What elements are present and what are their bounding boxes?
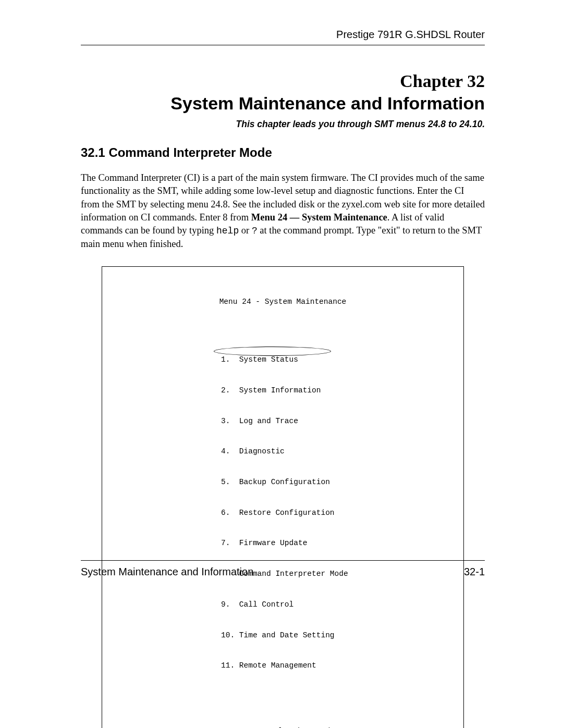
menu-item: 4. Diagnostic [221, 447, 454, 457]
menu-item: 1. System Status [221, 355, 454, 365]
menu-item: 9. Call Control [221, 600, 454, 610]
menu-item: 10. Time and Date Setting [221, 631, 454, 641]
chapter-label: Chapter 32 [81, 71, 485, 91]
menu-box: Menu 24 - System Maintenance 1. System S… [102, 266, 464, 728]
menu-title: Menu 24 - System Maintenance [112, 297, 454, 307]
header-product: Prestige 791R G.SHDSL Router [81, 29, 485, 45]
para-part3: or [239, 225, 252, 236]
section-heading: 32.1 Command Interpreter Mode [81, 145, 485, 160]
menu-item: 3. Log and Trace [221, 416, 454, 427]
footer: System Maintenance and Information 32-1 [81, 560, 485, 578]
page: Prestige 791R G.SHDSL Router Chapter 32 … [0, 0, 563, 728]
menu-item: 7. Firmware Update [221, 538, 454, 549]
menu-item: 2. System Information [221, 386, 454, 396]
para-code2: ? [252, 226, 258, 236]
menu-items: 1. System Status 2. System Information 3… [221, 335, 454, 692]
chapter-title: System Maintenance and Information [81, 93, 485, 114]
menu-item: 5. Backup Configuration [221, 477, 454, 488]
para-bold: Menu 24 — System Maintenance [251, 212, 387, 223]
footer-left: System Maintenance and Information [81, 566, 253, 578]
body-paragraph: The Command Interpreter (CI) is a part o… [81, 171, 485, 251]
para-code1: help [216, 226, 239, 236]
chapter-subtitle: This chapter leads you through SMT menus… [81, 119, 485, 130]
menu-item: 6. Restore Configuration [221, 508, 454, 519]
menu-item: 11. Remote Management [221, 661, 454, 671]
footer-right: 32-1 [464, 566, 485, 578]
